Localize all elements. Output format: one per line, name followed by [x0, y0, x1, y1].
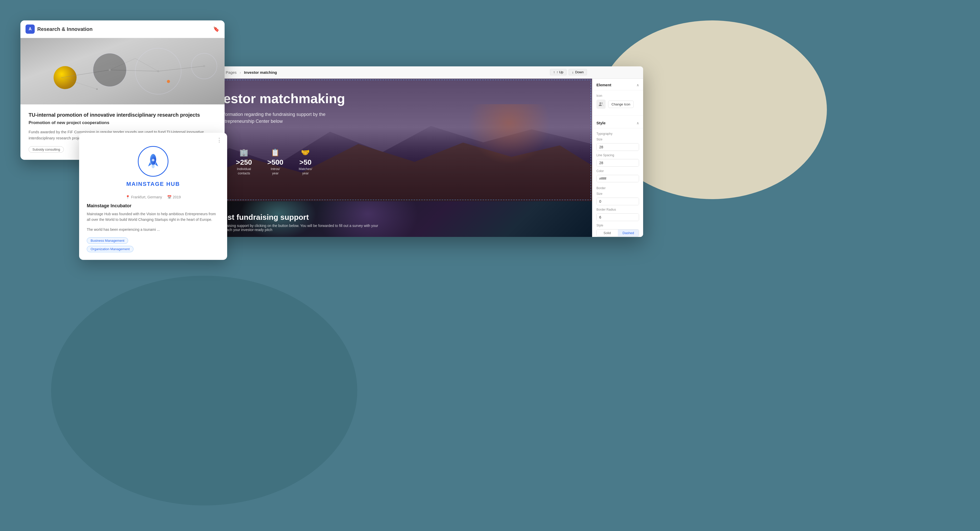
cms-topbar: 🏠 › Admin › Pages › Investor matching ↑ … — [189, 66, 643, 79]
matches-number: >50 — [299, 159, 312, 166]
mainstage-location: 📍 Frankfurt, Germany — [126, 195, 162, 199]
mainstage-founded: 📅 2019 — [167, 195, 181, 199]
request-description: Request fundraising support by clicking … — [204, 224, 383, 232]
subsidy-tag[interactable]: Subsidy consulting — [29, 146, 64, 153]
up-icon: ↑ — [553, 70, 555, 74]
svg-point-14 — [167, 80, 170, 83]
svg-point-13 — [96, 88, 98, 90]
contacts-number: >250 — [236, 159, 252, 166]
organization-management-tag[interactable]: Organization Management — [87, 246, 134, 252]
dashed-toggle[interactable]: Dashed — [618, 230, 639, 236]
color-label: Color — [597, 169, 639, 173]
border-size-input-group: px — [597, 198, 639, 205]
style-section-title: Style — [597, 121, 606, 125]
cms-editor-window: 🏠 › Admin › Pages › Investor matching ↑ … — [189, 66, 643, 237]
size-input[interactable] — [597, 144, 639, 151]
border-size-label: Size — [597, 192, 639, 196]
research-card-title: Research & Innovation — [37, 26, 93, 32]
bookmark-icon[interactable]: 🔖 — [213, 26, 220, 32]
svg-point-12 — [203, 65, 205, 67]
mainstage-tags-area: Business Management Organization Managem… — [79, 238, 227, 252]
intros-label: Intros/year — [267, 167, 283, 175]
color-input[interactable] — [597, 175, 639, 182]
border-radius-input-group: px — [597, 214, 639, 221]
research-main-title: TU-internal promotion of innovative inte… — [29, 112, 216, 118]
up-button[interactable]: ↑ ↑ Up — [550, 69, 566, 75]
mainstage-logo-area: MAINSTAGE HUB — [79, 144, 227, 193]
right-panel: Element ∧ Icon Change Icon — [592, 79, 643, 237]
contacts-label: Individualcontacts — [236, 167, 252, 175]
mainstage-logo-circle — [138, 146, 169, 177]
svg-point-18 — [600, 102, 601, 104]
hero-text-area: Investor matchmaking Find all informatio… — [204, 91, 345, 125]
svg-point-10 — [109, 69, 111, 71]
border-radius-label: Border Radius — [597, 208, 639, 211]
business-management-tag[interactable]: Business Management — [87, 238, 128, 244]
size-input-group: px — [597, 143, 639, 151]
line-spacing-input-group: px — [597, 159, 639, 167]
network-lines — [21, 38, 224, 104]
group-icon-svg — [598, 101, 604, 107]
contacts-icon: 🏢 — [236, 148, 252, 157]
border-subsection: Border Size px Border Radius px Style So… — [597, 187, 639, 237]
matches-label: Matches/year — [299, 167, 312, 175]
mainstage-desc2: The world has been experiencing a tsunam… — [79, 227, 227, 232]
stat-matches: 🤝 >50 Matches/year — [299, 148, 312, 175]
svg-point-19 — [601, 102, 603, 104]
location-icon: 📍 — [126, 195, 130, 199]
svg-line-4 — [135, 59, 158, 71]
down-button[interactable]: ↓ Down — [569, 69, 587, 75]
down-icon: ↓ — [572, 70, 574, 74]
cms-content-area: Investor matchmaking Find all informatio… — [189, 79, 643, 237]
background-blob-teal — [51, 276, 357, 505]
icon-placeholder — [597, 100, 606, 109]
hero-title: Investor matchmaking — [204, 91, 345, 106]
mainstage-card-header: ⋮ — [79, 133, 227, 144]
style-section: Typography Size px Line Spacing px Color — [592, 128, 643, 237]
icon-area: Change Icon — [597, 100, 639, 109]
matches-icon: 🤝 — [299, 148, 312, 157]
border-style-toggle-group: Solid Dashed — [597, 229, 639, 237]
hero-section[interactable]: Investor matchmaking Find all informatio… — [189, 79, 592, 201]
svg-point-11 — [157, 70, 159, 72]
svg-line-5 — [61, 78, 97, 89]
border-radius-input[interactable] — [597, 214, 639, 221]
icon-field-group: Icon Change Icon — [592, 90, 643, 116]
request-section[interactable]: Request fundraising support Request fund… — [189, 201, 592, 237]
request-title: Request fundraising support — [204, 213, 383, 222]
typography-label: Typography — [597, 132, 639, 136]
mainstage-type: Mainstage Incubator — [79, 203, 227, 209]
element-section-title: Element — [597, 83, 611, 87]
research-card-header: A Research & Innovation 🔖 — [21, 21, 224, 38]
calendar-icon: 📅 — [167, 195, 172, 199]
breadcrumb-sep-3: › — [240, 70, 241, 75]
cms-main-canvas: Investor matchmaking Find all informatio… — [189, 79, 592, 237]
more-options-icon[interactable]: ⋮ — [216, 137, 222, 144]
header-logo: A — [25, 24, 35, 34]
breadcrumb-current: Investor matching — [244, 70, 277, 75]
line-spacing-input[interactable] — [597, 159, 639, 166]
line-spacing-label: Line Spacing — [597, 153, 639, 157]
color-input-group: 100 % — [597, 175, 639, 182]
svg-point-16 — [152, 159, 154, 161]
breadcrumb-pages[interactable]: Pages — [226, 70, 237, 75]
stat-intros: 📋 >500 Intros/year — [267, 148, 283, 175]
border-size-input[interactable] — [597, 198, 639, 205]
mainstage-meta: 📍 Frankfurt, Germany 📅 2019 — [79, 195, 227, 199]
style-chevron-icon[interactable]: ∧ — [636, 121, 639, 125]
rocket-logo — [144, 152, 162, 170]
change-icon-button[interactable]: Change Icon — [608, 100, 634, 108]
border-label: Border — [597, 187, 639, 190]
icon-field-label: Icon — [597, 94, 639, 97]
stat-contacts: 🏢 >250 Individualcontacts — [236, 148, 252, 175]
mainstage-desc1: Mainstage Hub was founded with the Visio… — [79, 211, 227, 223]
mainstage-card: ⋮ — [79, 133, 227, 260]
intros-icon: 📋 — [267, 148, 283, 157]
typography-subsection: Typography Size px Line Spacing px Color — [597, 132, 639, 182]
intros-number: >500 — [267, 159, 283, 166]
solid-toggle[interactable]: Solid — [597, 230, 618, 236]
svg-point-17 — [151, 164, 155, 168]
element-chevron-icon[interactable]: ∧ — [636, 83, 639, 87]
element-section-header: Element ∧ — [592, 79, 643, 90]
size-label: Size — [597, 137, 639, 141]
